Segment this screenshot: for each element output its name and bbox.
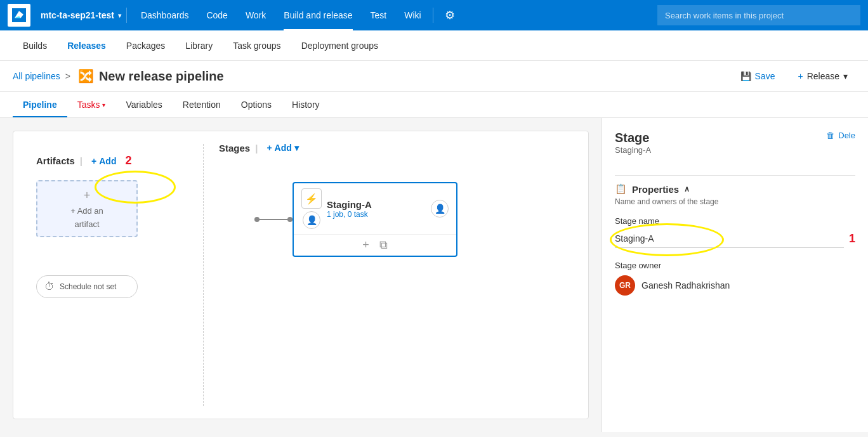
stage-owner-label: Stage owner [615,261,855,270]
add-artifact-plus-icon: + [84,189,91,202]
stage-owner-field-group: Stage owner GR Ganesh Radhakrishan [615,261,855,296]
subnav-releases[interactable]: Releases [57,30,116,61]
subnav-deployment-groups[interactable]: Deployment groups [291,30,388,61]
tab-pipeline[interactable]: Pipeline [13,92,67,117]
stage-actions: + ⧉ [294,234,456,256]
add-label: Add [99,156,116,166]
nav-dashboards[interactable]: Dashboards [132,0,198,30]
project-name: mtc-ta-sep21-test [41,10,114,20]
tab-pipeline-label: Pipeline [23,100,57,110]
delete-button[interactable]: 🗑 Dele [826,131,855,140]
artifact-count: 2 [125,154,131,167]
add-icon: + [91,156,96,166]
stage-add-icon[interactable]: + [362,238,369,252]
pipeline-icon: 🔀 [78,68,94,84]
panel-divider [615,175,855,176]
canvas-inner: Artifacts | + Add 2 + + Add an artifact [13,131,589,419]
stage-person-icon: 👤 [303,211,320,229]
artifacts-section: Artifacts | + Add 2 + + Add an artifact [26,144,204,406]
stage-name-annotation: 1 [849,232,855,245]
top-nav-links: Dashboards Code Work Build and release T… [132,0,657,30]
tab-tasks-label: Tasks [77,100,100,110]
panel-subtitle: Staging-A [615,145,651,155]
delete-label: Dele [838,131,855,140]
add-artifact-button[interactable]: + Add [88,155,120,167]
tab-retention-label: Retention [183,100,221,110]
tab-options[interactable]: Options [231,92,282,117]
right-panel: Stage Staging-A 🗑 Dele 📋 Properties ∧ Na… [602,118,868,432]
page-title: 🔀 New release pipeline [78,68,224,84]
tasks-chevron-icon: ▾ [102,101,105,108]
stage-lightning-icon: ⚡ [301,188,322,209]
stage-name-input[interactable] [615,230,844,248]
pipeline-canvas: Artifacts | + Add 2 + + Add an artifact [0,118,602,432]
breadcrumb[interactable]: All pipelines > [13,71,70,81]
owner-name: Ganesh Radhakrishan [641,280,730,290]
properties-label: Properties [632,184,679,195]
stage-info: Staging-A 1 job, 0 task [327,199,426,219]
breadcrumb-separator: > [65,71,70,81]
stages-add-label: Add [275,143,292,153]
add-artifact-line2: artifact [74,219,99,229]
add-artifact-box[interactable]: + + Add an artifact [36,180,138,237]
breadcrumb-text: All pipelines [13,71,60,81]
subnav-builds[interactable]: Builds [13,30,57,61]
azure-devops-logo [8,4,30,27]
stage-name-label: Stage name [615,216,855,226]
pipeline-tabs: Pipeline Tasks ▾ Variables Retention Opt… [0,92,868,118]
artifacts-header: Artifacts | + Add 2 [26,144,203,173]
stage-name-field-group: Stage name 1 [615,216,855,248]
stage-card[interactable]: ⚡ 👤 Staging-A 1 job, 0 task 👤 + ⧉ [293,182,457,257]
stage-meta: 1 job, 0 task [327,210,426,219]
subnav-library[interactable]: Library [175,30,223,61]
gear-icon[interactable]: ⚙ [436,0,464,30]
project-selector[interactable]: mtc-ta-sep21-test ▾ [36,8,127,23]
add-stage-button[interactable]: + Add ▾ [263,141,302,154]
search-input[interactable] [657,5,860,25]
title-area: All pipelines > 🔀 New release pipeline 💾… [0,61,868,92]
stages-add-icon: + [266,143,272,153]
tab-tasks[interactable]: Tasks ▾ [67,92,116,117]
save-icon: 💾 [740,71,751,81]
stages-section: Stages | + Add ▾ ⚡ 👤 [204,131,588,419]
nav-code[interactable]: Code [197,0,236,30]
tab-retention[interactable]: Retention [173,92,231,117]
panel-title: Stage [615,131,651,145]
properties-section-title: 📋 Properties ∧ [615,183,855,195]
subnav-task-groups[interactable]: Task groups [223,30,291,61]
tab-history[interactable]: History [282,92,330,117]
clock-icon: ⏱ [44,281,55,292]
release-button[interactable]: + Release ▾ [790,67,855,85]
stages-title: Stages [219,143,250,153]
stage-card-wrapper: ⚡ 👤 Staging-A 1 job, 0 task 👤 + ⧉ [254,182,457,257]
nav-test[interactable]: Test [362,0,396,30]
nav-separator [433,8,433,23]
properties-icon: 📋 [615,183,627,195]
nav-build-release[interactable]: Build and release [275,0,361,30]
stages-header: Stages | + Add ▾ [204,131,588,159]
subnav-packages[interactable]: Packages [116,30,175,61]
save-button[interactable]: 💾 Save [733,67,783,85]
nav-work[interactable]: Work [237,0,275,30]
release-chevron-icon: ▾ [843,71,848,81]
artifacts-title: Artifacts [36,155,75,166]
stages-chevron-icon: ▾ [294,143,299,153]
plus-icon: + [798,71,803,81]
title-actions: 💾 Save + Release ▾ [733,67,855,85]
main-content: Artifacts | + Add 2 + + Add an artifact [0,118,868,432]
delete-icon: 🗑 [826,131,834,140]
tab-variables-label: Variables [126,100,162,110]
nav-wiki[interactable]: Wiki [395,0,430,30]
owner-row: GR Ganesh Radhakrishan [615,275,855,296]
properties-desc: Name and owners of the stage [615,197,855,206]
sub-navigation: Builds Releases Packages Library Task gr… [0,30,868,61]
release-label: Release [807,71,839,81]
project-chevron-icon: ▾ [118,12,121,19]
tab-variables[interactable]: Variables [115,92,172,117]
top-navigation: mtc-ta-sep21-test ▾ Dashboards Code Work… [0,0,868,30]
stage-copy-icon[interactable]: ⧉ [379,238,388,252]
schedule-box[interactable]: ⏱ Schedule not set [36,275,138,298]
stage-name: Staging-A [327,199,426,210]
save-label: Save [755,71,775,81]
stage-pre-approver-icon: 👤 [431,200,449,218]
